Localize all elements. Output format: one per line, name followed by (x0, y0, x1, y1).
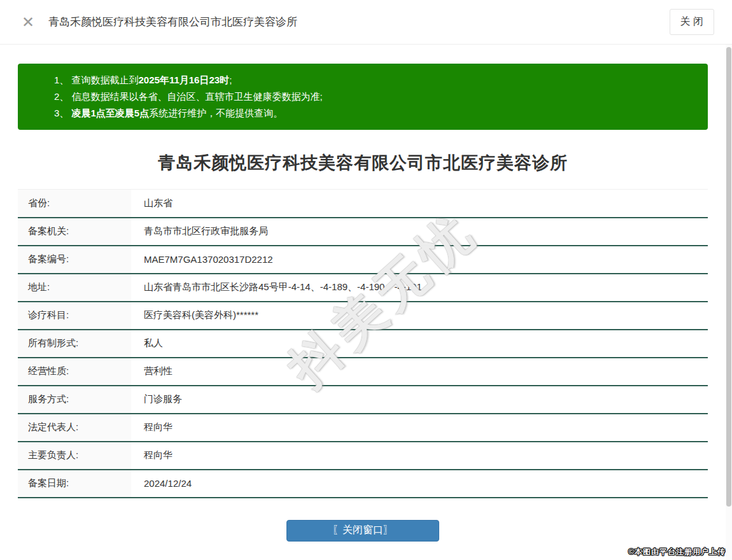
query-result-window: ✕ 青岛禾颜悦医疗科技美容有限公司市北医疗美容诊所 关 闭 1、 查询数据截止到… (0, 0, 732, 560)
field-value: 山东省 (131, 190, 708, 218)
notice-line-2: 2、 信息数据结果以各省、自治区、直辖市卫生健康委数据为准; (54, 88, 695, 105)
field-value: 2024/12/24 (131, 470, 708, 498)
field-value: 青岛市市北区行政审批服务局 (131, 218, 708, 246)
field-label: 主要负责人: (18, 442, 131, 470)
close-x-icon[interactable]: ✕ (22, 15, 34, 30)
scrollbar-thumb[interactable] (726, 47, 731, 507)
table-row: 法定代表人: 程向华 (18, 414, 708, 442)
field-value: 山东省青岛市市北区长沙路45号甲-4-14、-4-189、-4-190、-4-1… (131, 274, 708, 302)
scrollbar-track[interactable] (726, 45, 732, 560)
field-value: 程向华 (131, 442, 708, 470)
field-label: 备案编号: (18, 246, 131, 274)
main-content: 1、 查询数据截止到2025年11月16日23时; 2、 信息数据结果以各省、自… (18, 64, 708, 542)
page-title: 青岛禾颜悦医疗科技美容有限公司市北医疗美容诊所 (18, 151, 708, 174)
notice-line-3: 3、 凌晨1点至凌晨5点系统进行维护，不能提供查询。 (54, 105, 695, 122)
field-value: 私人 (131, 330, 708, 358)
field-label: 省份: (18, 190, 131, 218)
field-value: MAE7M7GA137020317D2212 (131, 246, 708, 274)
table-row: 省份: 山东省 (18, 190, 708, 218)
window-titlebar: ✕ 青岛禾颜悦医疗科技美容有限公司市北医疗美容诊所 关 闭 (0, 0, 732, 45)
close-button[interactable]: 关 闭 (670, 9, 714, 35)
upload-note: ©本图由平台注册用户上传 (628, 547, 726, 557)
table-row: 服务方式: 门诊服务 (18, 386, 708, 414)
field-label: 法定代表人: (18, 414, 131, 442)
field-label: 服务方式: (18, 386, 131, 414)
field-value: 程向华 (131, 414, 708, 442)
table-row: 诊疗科目: 医疗美容科(美容外科)****** (18, 302, 708, 330)
field-label: 地址: (18, 274, 131, 302)
field-label: 备案日期: (18, 470, 131, 498)
table-row: 所有制形式: 私人 (18, 330, 708, 358)
notice-line-1: 1、 查询数据截止到2025年11月16日23时; (54, 72, 695, 88)
table-row: 经营性质: 营利性 (18, 358, 708, 386)
field-label: 诊疗科目: (18, 302, 131, 330)
field-value: 门诊服务 (131, 386, 708, 414)
window-title: 青岛禾颜悦医疗科技美容有限公司市北医疗美容诊所 (48, 15, 297, 29)
field-value: 营利性 (131, 358, 708, 386)
table-row: 主要负责人: 程向华 (18, 442, 708, 470)
field-value: 医疗美容科(美容外科)****** (131, 302, 708, 330)
table-row: 地址: 山东省青岛市市北区长沙路45号甲-4-14、-4-189、-4-190、… (18, 274, 708, 302)
table-row: 备案机关: 青岛市市北区行政审批服务局 (18, 218, 708, 246)
field-label: 所有制形式: (18, 330, 131, 358)
close-window-button[interactable]: 〖关闭窗口〗 (286, 520, 439, 542)
table-row: 备案编号: MAE7M7GA137020317D2212 (18, 246, 708, 274)
field-label: 备案机关: (18, 218, 131, 246)
notice-banner: 1、 查询数据截止到2025年11月16日23时; 2、 信息数据结果以各省、自… (18, 64, 708, 130)
detail-table: 省份: 山东省 备案机关: 青岛市市北区行政审批服务局 备案编号: MAE7M7… (18, 189, 708, 498)
table-row: 备案日期: 2024/12/24 (18, 470, 708, 498)
field-label: 经营性质: (18, 358, 131, 386)
